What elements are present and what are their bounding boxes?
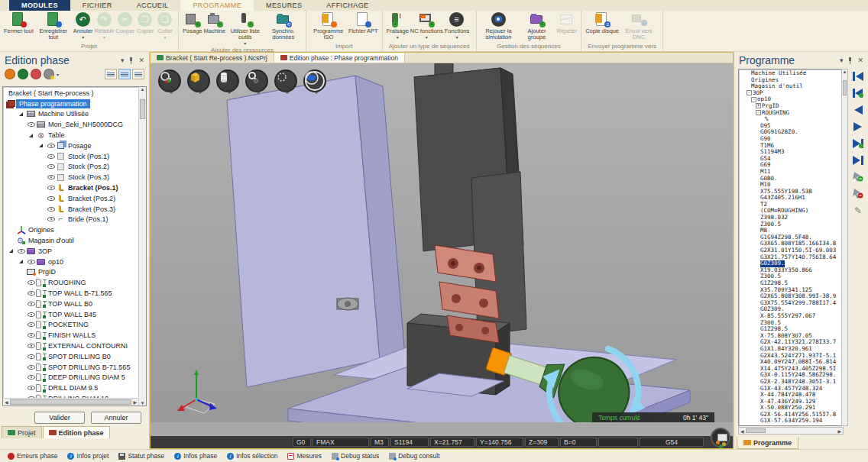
synchro-donn-es-button[interactable]: ⟲Synchro. données xyxy=(264,12,303,40)
viewport-tab-edition-phase-phase-programmation[interactable]: Edition phase : Phase programmation xyxy=(274,53,405,63)
gcode-line[interactable]: X40.09Y247.088I-56.814 xyxy=(747,359,843,366)
gcode-line[interactable]: X-44.784Y248.478 xyxy=(747,392,843,399)
nc-fonctions-button[interactable]: +NC fonctions▾ xyxy=(410,12,444,40)
gcode-line[interactable]: G3X65.808Y185.166I34.8 xyxy=(747,241,843,247)
gcode-line[interactable]: G0Z309. xyxy=(747,260,843,267)
exp-icon[interactable] xyxy=(36,141,46,150)
tree-item-stock-pos-3[interactable]: Stock (Pos.3) xyxy=(3,172,138,183)
ajouter-groupe-button[interactable]: +Ajouter groupe xyxy=(518,12,556,40)
eye-icon[interactable] xyxy=(26,331,36,340)
pencil-button[interactable]: ✎ xyxy=(851,205,865,216)
eye-icon[interactable] xyxy=(46,215,56,224)
gcode-line[interactable]: X-85.555Y297.067 xyxy=(747,313,843,320)
phase-state-gray-icon[interactable] xyxy=(44,69,54,79)
eye-icon[interactable] xyxy=(46,141,56,150)
tree-item-bracket-start-re-process[interactable]: Bracket ( Start Re-process ) xyxy=(3,88,138,99)
gcode-line[interactable]: G1G94Z298.5F48. xyxy=(747,234,843,241)
gcode-line[interactable]: M10 xyxy=(747,182,843,189)
eye-icon[interactable] xyxy=(46,152,56,161)
tree-item-drill-diam-9-5[interactable]: ⊤DRILL DIAM 9.5 xyxy=(3,383,138,393)
tree-item-top-wall-b45[interactable]: ⊤TOP WALL B45 xyxy=(3,309,138,320)
statusbar-infos-projet[interactable]: iInfos projet xyxy=(67,452,108,460)
panel-menu-icon[interactable]: ▾ xyxy=(121,57,125,64)
gcode-line[interactable]: G2X-2.348Y248.305I-3.1 xyxy=(747,379,843,386)
close-icon[interactable]: ✕ xyxy=(857,57,863,64)
machine-status-widget-icon[interactable] xyxy=(711,428,730,447)
exp-icon[interactable] xyxy=(16,109,26,118)
statusbar-debug-status[interactable]: Debug status xyxy=(332,452,379,460)
gcode-line[interactable]: G2X-56.414Y256.515I7.8 xyxy=(747,412,843,418)
tree-item-finish-walls[interactable]: ⊤FINISH WALLS xyxy=(3,330,138,341)
skip-first-button[interactable] xyxy=(851,70,865,82)
viewport-tab-bracket-start-re-process-ncsprj[interactable]: Bracket ( Start Re-process ).NcsPrj xyxy=(151,53,274,63)
eye-icon[interactable] xyxy=(26,383,36,393)
tree-item-prgid[interactable]: PrgID xyxy=(3,267,138,278)
code-vertical-scrollbar[interactable]: ▲ xyxy=(841,69,848,426)
gcode-line[interactable]: Machine Utilisée xyxy=(747,70,843,77)
ribbon-tab-fichier[interactable]: FICHIER xyxy=(70,0,125,11)
eye-icon[interactable] xyxy=(26,320,36,329)
eye-icon[interactable] xyxy=(26,341,36,351)
tree-item-spot-drilling-b0[interactable]: ⊤SPOT DRILLING B0 xyxy=(3,351,138,362)
eye-icon[interactable] xyxy=(26,120,36,129)
gcode-line[interactable]: Z398.032 xyxy=(747,215,843,221)
fermer-tout-button[interactable]: Fermer tout xyxy=(3,12,34,34)
gcode-line[interactable]: G1Z298.5 xyxy=(747,280,843,287)
exp-icon[interactable] xyxy=(26,131,36,140)
tree-item-posage[interactable]: Posage xyxy=(3,141,138,151)
tree-item-spot-drilling-b-71-565[interactable]: ⊤SPOT DRILLING B-71.565 xyxy=(3,362,138,373)
tree-item-mori-seki-nh5000dcg[interactable]: Mori_Seki_NH5000DCG xyxy=(3,119,138,130)
enregistrer-tout-button[interactable]: Enregistrer tout xyxy=(34,12,73,40)
machine-button[interactable]: +Machine xyxy=(203,12,226,34)
gcode-line[interactable]: G90 xyxy=(747,136,843,143)
gcode-line[interactable]: G43Z405.216H1 xyxy=(747,195,843,202)
statusbar-mesures[interactable]: Mesures xyxy=(287,452,322,460)
panel-menu-icon[interactable]: ▾ xyxy=(840,57,844,64)
gcode-line[interactable]: G3X21.757Y140.756I8.64 xyxy=(747,254,843,261)
eye-icon[interactable] xyxy=(26,257,36,267)
ribbon-tab-mesures[interactable]: MESURES xyxy=(254,0,314,11)
eye-icon[interactable] xyxy=(26,289,36,298)
chevron-down-icon[interactable]: ▾ xyxy=(57,72,59,77)
pin-icon[interactable] xyxy=(847,57,853,64)
gcode-line[interactable]: T1M6 xyxy=(747,143,843,150)
eye-icon[interactable] xyxy=(46,194,56,203)
gcode-line[interactable]: X-75.808Y307.05 xyxy=(747,333,843,340)
tree-item-bracket-pos-1[interactable]: LBracket (Pos.1) xyxy=(3,183,138,193)
tab-projet[interactable]: Projet xyxy=(2,426,42,438)
gcode-line[interactable]: G1Z298.5 xyxy=(747,326,843,333)
gcode-line[interactable]: G2X65.808Y308.99I-38.9 xyxy=(747,293,843,300)
selection-button[interactable] xyxy=(274,69,297,92)
tree-item-machine-utilis-e[interactable]: Machine Utilisée xyxy=(3,109,138,120)
tree-item-top-wall-b-71-565[interactable]: ⊤TOP WALL B-71.565 xyxy=(3,288,138,299)
dropdown-arrow-icon[interactable]: ▾ xyxy=(103,34,105,40)
tree-item-stock-pos-2[interactable]: Stock (Pos.2) xyxy=(3,162,138,173)
gcode-line[interactable]: G1X-57.634Y259.194 xyxy=(747,418,843,425)
gcode-line[interactable]: G1X-43.457Y248.324 xyxy=(747,386,843,393)
gcode-line[interactable]: O95 xyxy=(747,123,843,130)
copie-disque-button[interactable]: 2Copie disque xyxy=(585,12,620,34)
list-view-medium-button[interactable] xyxy=(118,69,131,79)
eye-icon[interactable] xyxy=(26,278,36,287)
tree-item-table[interactable]: ⊗Table xyxy=(3,130,138,141)
dropdown-arrow-icon[interactable]: ▾ xyxy=(397,34,399,40)
pin-icon[interactable] xyxy=(128,57,134,64)
eye-icon[interactable] xyxy=(26,373,36,382)
eye-icon[interactable] xyxy=(46,183,56,192)
tab-edition-phase[interactable]: Edition phase xyxy=(43,426,110,438)
statusbar-infos-phase[interactable]: iInfos phase xyxy=(174,452,217,460)
gcode-line[interactable]: -3OP xyxy=(747,90,843,97)
eye-icon[interactable] xyxy=(26,352,36,361)
dropdown-arrow-icon[interactable]: ▾ xyxy=(244,40,246,47)
eye-icon[interactable] xyxy=(26,363,36,372)
utiliser-liste-outils-button[interactable]: +Utiliser liste outils▾ xyxy=(226,12,264,47)
programme-iso-button[interactable]: Programme ISO xyxy=(309,12,348,40)
statusbar-infos-s-lection[interactable]: iInfos sélection xyxy=(227,452,277,460)
expand-icon[interactable]: + xyxy=(756,103,761,108)
statusbar-erreurs-phase[interactable]: Erreurs phase xyxy=(8,452,57,460)
gcode-line[interactable]: G69 xyxy=(747,162,843,169)
gcode-line[interactable]: -ROUGHING xyxy=(747,110,843,117)
gcode-line[interactable]: G2X43.524Y271.937I-5.1 xyxy=(747,353,843,360)
ribbon-tab-programme[interactable]: PROGRAMME xyxy=(180,0,254,11)
collapse-icon[interactable]: - xyxy=(756,110,761,115)
